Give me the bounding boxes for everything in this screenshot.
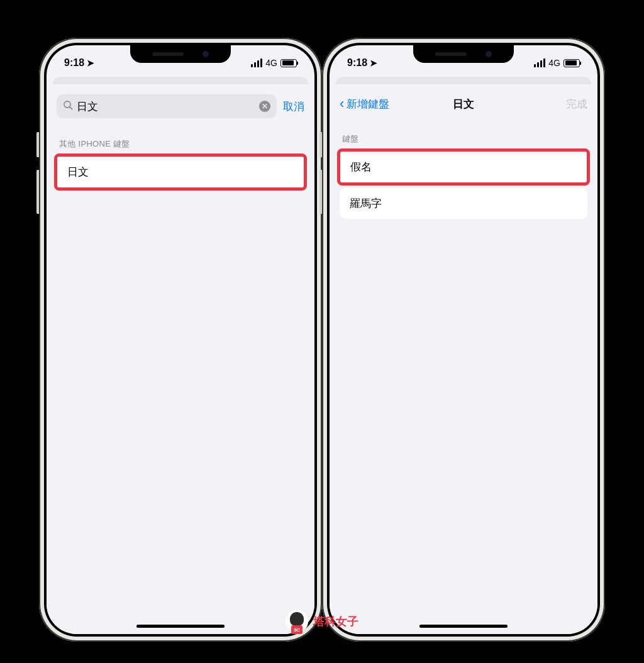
section-header-other-keyboards: 其他 IPHONE 鍵盤: [47, 123, 314, 155]
search-sheet: 日文 ✕ 取消 其他 IPHONE 鍵盤 日文: [47, 84, 314, 634]
list-item-romaji[interactable]: 羅馬字: [340, 188, 587, 219]
location-icon: ➤: [87, 58, 94, 68]
keyboard-type-list: 羅馬字: [340, 188, 587, 219]
chevron-left-icon: ‹: [340, 96, 344, 112]
list-item-japanese[interactable]: 日文: [57, 157, 304, 187]
done-button[interactable]: 完成: [566, 97, 587, 111]
network-label: 4G: [265, 58, 277, 68]
svg-line-1: [70, 107, 72, 109]
status-time: 9:18: [64, 57, 84, 69]
search-icon: [63, 100, 73, 113]
home-indicator[interactable]: [136, 625, 225, 628]
page-title: 日文: [453, 97, 474, 111]
screen-right: 9:18 ➤ 4G ‹ 新增鍵盤: [330, 45, 597, 634]
list-item-kana[interactable]: 假名: [340, 152, 587, 182]
watermark: 3C 塔科女子: [286, 610, 358, 633]
watermark-badge: 3C: [291, 625, 303, 634]
status-time: 9:18: [347, 57, 367, 69]
battery-icon: [564, 59, 580, 67]
battery-icon: [280, 59, 297, 67]
keyboard-type-sheet: ‹ 新增鍵盤 日文 完成 鍵盤 假名 羅馬字: [330, 84, 597, 634]
network-label: 4G: [548, 58, 560, 68]
phone-left: 9:18 ➤ 4G: [39, 38, 322, 642]
cancel-button[interactable]: 取消: [283, 99, 304, 114]
nav-bar: ‹ 新增鍵盤 日文 完成: [330, 89, 597, 118]
screen-left: 9:18 ➤ 4G: [47, 45, 314, 634]
clear-search-button[interactable]: ✕: [259, 101, 270, 112]
location-icon: ➤: [370, 58, 377, 68]
signal-icon: [534, 58, 545, 67]
watermark-avatar: 3C: [286, 610, 308, 633]
back-label: 新增鍵盤: [347, 97, 389, 111]
notch: [413, 45, 514, 63]
phones-container: 9:18 ➤ 4G: [0, 0, 644, 642]
highlight-box: 假名: [337, 148, 590, 186]
highlight-box: 日文: [54, 153, 307, 191]
notch: [130, 45, 231, 63]
phone-right: 9:18 ➤ 4G ‹ 新增鍵盤: [322, 38, 605, 642]
search-value: 日文: [77, 99, 255, 114]
home-indicator[interactable]: [419, 625, 508, 628]
back-button[interactable]: ‹ 新增鍵盤: [340, 96, 389, 112]
signal-icon: [251, 58, 262, 67]
watermark-text: 塔科女子: [313, 614, 358, 629]
search-input[interactable]: 日文 ✕: [57, 94, 277, 118]
section-header-keyboard: 鍵盤: [330, 118, 597, 150]
